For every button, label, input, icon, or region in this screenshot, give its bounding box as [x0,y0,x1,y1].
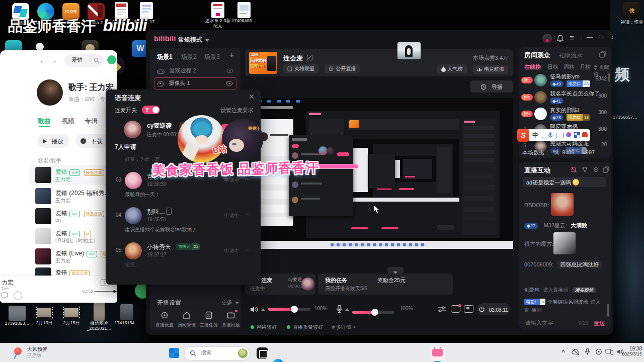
chat-scrollbar[interactable] [607,304,609,317]
source-row-game[interactable]: 游戏进程 2 [154,65,236,76]
public-live-tag[interactable]: 公开直播 [325,64,360,73]
screenshot-icon[interactable] [464,305,473,313]
desktop-icon-doc4[interactable]: 17406403… [229,2,259,23]
comment-icon[interactable] [1,292,8,299]
edit-title-icon[interactable] [306,54,313,61]
chat-bubble-icon[interactable] [451,305,460,313]
taskbar-search[interactable] [184,346,250,360]
source-row-camera[interactable]: 摄像头 1 [154,77,236,89]
sogou-logo[interactable]: S [517,129,529,142]
desktop-icon-wukong[interactable]: 侠 神话：悟空 [620,2,644,26]
trophy-icon[interactable] [582,166,588,173]
volume-expand-button[interactable] [261,308,265,311]
director-button[interactable]: 导播 [470,80,513,93]
volume-slider[interactable] [268,308,310,311]
music-green-badge-icon[interactable] [107,55,116,64]
mic-expand-button[interactable] [345,308,349,311]
live-settings-button[interactable]: 直播设置 [154,311,175,328]
tab-weekly-rank[interactable]: 周榜 [564,63,575,71]
progress-knob[interactable] [113,290,116,293]
mixer-icon[interactable] [438,306,446,313]
eye-icon[interactable] [226,81,233,86]
viewer-row[interactable]: 榜3 真实的邢阵i ◆28 电竞仁 18 300 [519,106,611,122]
tray-bluetooth-icon[interactable] [596,348,602,355]
task-card[interactable]: 我的任务 奖励金25元 露脸开播有效天5/6 [318,274,453,295]
ime-skin-icon[interactable] [566,132,571,137]
ime-grid-icon[interactable] [574,132,580,138]
ime-mic-icon[interactable] [548,132,553,139]
weather-widget[interactable]: 大风预警 已启动 [14,346,90,360]
song-row[interactable]: 爱错 VIP 臻品音质 en [29,206,117,226]
mic-slider[interactable] [352,311,394,314]
music-forward-button[interactable]: › [53,56,56,66]
chat-meme-image[interactable] [551,193,574,216]
tab-daily-rank[interactable]: 日榜 [547,63,558,71]
tab-scene2[interactable]: 场景2 [181,53,197,61]
download-button[interactable]: ↓ 下载 [75,134,108,148]
bilibili-live-taskbar-icon[interactable] [430,346,445,360]
minimize-button[interactable]: — [587,34,593,41]
chat-input[interactable] [524,319,577,326]
music-search-input[interactable] [70,56,94,63]
applicant-more-button[interactable]: … [245,210,251,216]
mode-selector[interactable]: 常规模式 [178,36,209,44]
room-manage-button[interactable]: 房间管理 [176,311,197,328]
more-details-link[interactable]: 更多详情 > [331,324,356,331]
music-search-box[interactable] [64,54,104,67]
mute-bell-icon[interactable] [571,166,577,173]
desktop-icon-wechat-img[interactable]: 微信图片_2025021… [84,302,115,331]
music-tab-songs[interactable]: 歌曲 [38,117,51,126]
viewer-row[interactable]: 榜2 我名字长点怎么你了 ◆41 600 [519,89,611,106]
tab-gift-flow[interactable]: 礼物流水 [558,51,583,60]
start-button[interactable] [169,348,179,358]
speaker-icon[interactable] [250,306,259,313]
taskbar-search-input[interactable] [200,349,231,356]
settings-more-button[interactable]: 更多 [221,299,239,306]
ime-mode[interactable]: 中 [532,131,538,140]
ime-toolbar[interactable]: S 中 , [519,129,590,141]
game-tag[interactable]: 英雄联盟 [283,64,318,73]
tab-monthly-rank[interactable]: 月榜 [580,63,591,71]
maximize-button[interactable]: □ [599,34,602,41]
music-back-button[interactable]: ‹ [40,56,43,66]
connect-requirements-link[interactable]: 设置连麦要求 [220,107,254,114]
edge-taskbar-icon[interactable] [272,359,284,362]
song-row[interactable]: 爱错 VIP 臻品音质 王力宏 [29,165,117,185]
song-row[interactable]: 爱错 VIP M LBI利比（时柏尘） [29,226,117,246]
more-circle-icon[interactable]: … [14,291,22,300]
song-row[interactable]: 爱错 (Live) VIP 臻品音质 王力宏 [29,246,117,266]
stream-timer[interactable]: 02:03:11 [477,303,510,315]
send-button[interactable]: 发送 [594,320,605,327]
applicant-more-button[interactable]: … [245,245,251,251]
tray-expand-caret[interactable]: ^ [561,348,565,355]
song-row[interactable]: 爱错 (2025 福利秀… VIP 王力宏 [29,186,117,206]
mic-icon[interactable] [336,305,343,313]
desktop-icon-video1[interactable]: 2月13日 [30,306,58,326]
tray-clock[interactable]: 19:38 2025/3/15 [627,346,642,356]
tab-room-viewers[interactable]: 房间观众 [524,51,550,60]
streamer-task-button[interactable]: 主播任务 [198,311,219,328]
menu-icon[interactable]: ≡ [570,33,574,42]
tray-mic-icon[interactable] [585,348,590,355]
desktop-icon-photo1[interactable]: 17391853… [3,306,31,326]
ime-keyboard-icon[interactable] [556,133,564,138]
dialog-close-button[interactable]: ✕ [249,93,255,101]
notification-bell-icon[interactable] [556,34,564,42]
tray-phonelink-icon[interactable] [605,348,613,355]
expand-chat-icon[interactable] [603,166,609,173]
desktop-icon-photo2[interactable]: 17416154… [113,304,141,325]
esports-chart-button[interactable]: 电竞航海 [473,65,508,74]
mic-switch-toggle[interactable]: 开 [142,106,160,114]
close-button[interactable]: ✕ [611,34,613,41]
tab-scene1[interactable]: 场景1 [157,53,173,61]
tab-scene3[interactable]: 场景3 [204,53,220,61]
music-tab-album[interactable]: 专辑 [85,117,98,126]
play-all-button[interactable]: 播放 [37,134,69,148]
taskview-icon[interactable] [257,347,268,359]
eye-icon[interactable] [226,68,233,73]
chat-meme-image[interactable] [553,232,576,254]
collapse-preview-button[interactable] [387,267,404,274]
ime-tool-icon[interactable] [582,132,588,137]
ime-punct-icon[interactable]: , [541,133,543,139]
viewer-row[interactable]: 榜1 征马就影ym ◆49 电竞仁 23 5342 [519,72,611,88]
